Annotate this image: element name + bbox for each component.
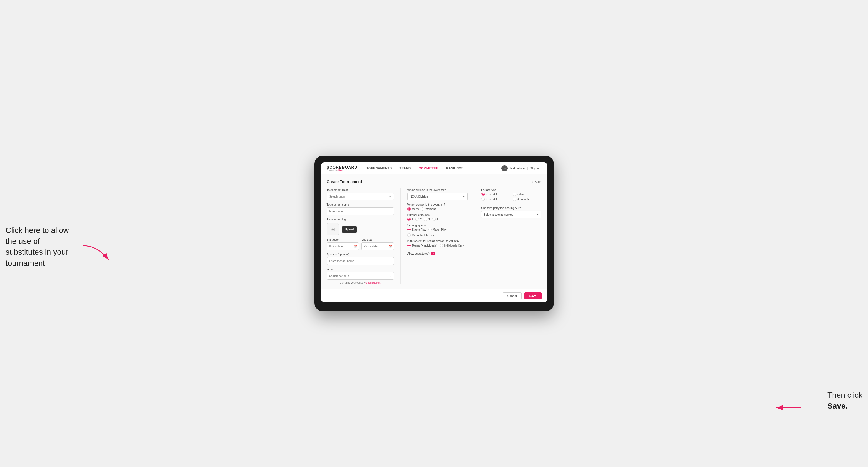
calendar-icon: 📅 xyxy=(354,245,357,248)
rounds-field: Number of rounds 1 2 xyxy=(407,214,468,221)
email-support-link[interactable]: email support xyxy=(365,281,380,284)
format-6count4[interactable]: 6 count 4 xyxy=(481,197,509,201)
sponsor-field: Sponsor (optional) xyxy=(327,253,394,265)
gender-womens[interactable]: Womens xyxy=(421,207,436,211)
6count5-label: 6 count 5 xyxy=(517,198,529,201)
scoring-match-play[interactable]: Match Play xyxy=(428,228,446,231)
rounds-4[interactable]: 4 xyxy=(432,218,438,221)
date-row: Start date 📅 End date 📅 xyxy=(327,238,394,250)
gender-womens-radio[interactable] xyxy=(421,207,424,211)
gender-womens-label: Womens xyxy=(425,208,436,211)
format-type-grid: 5 count 4 Other 6 count 4 xyxy=(481,193,541,201)
scoring-system-radio-group: Stroke Play Match Play Medal Match Play xyxy=(407,228,468,237)
rounds-2-radio[interactable] xyxy=(415,218,419,221)
rounds-1[interactable]: 1 xyxy=(407,218,413,221)
medal-match-play-radio[interactable] xyxy=(407,234,411,237)
start-date-field: Start date 📅 xyxy=(327,238,359,250)
6count5-radio[interactable] xyxy=(513,197,516,201)
nav-item-rankings[interactable]: RANKINGS xyxy=(445,162,464,175)
gender-label: Which gender is the event for? xyxy=(407,203,468,206)
5count4-radio[interactable] xyxy=(481,193,485,196)
tournament-host-field: Tournament Host xyxy=(327,188,394,200)
individuals-radio[interactable] xyxy=(440,244,443,247)
nav-items: TOURNAMENTS TEAMS COMMITTEE RANKINGS xyxy=(366,162,502,175)
teams-label: Teams (+Individuals) xyxy=(412,244,437,247)
stroke-play-radio[interactable] xyxy=(407,228,411,231)
tablet-frame: SCOREBOARD Powered by clippd TOURNAMENTS… xyxy=(314,156,554,311)
event-for-label: Is this event for Teams and/or Individua… xyxy=(407,240,468,243)
event-individuals[interactable]: Individuals Only xyxy=(440,244,464,247)
gender-field: Which gender is the event for? Mens Wome… xyxy=(407,203,468,211)
event-teams[interactable]: Teams (+Individuals) xyxy=(407,244,437,247)
cancel-button[interactable]: Cancel xyxy=(503,292,522,300)
rounds-radio-group: 1 2 3 4 xyxy=(407,218,468,221)
rounds-4-radio[interactable] xyxy=(432,218,436,221)
nav-signout[interactable]: Sign out xyxy=(530,167,541,170)
page-header: Create Tournament Back xyxy=(327,180,541,184)
format-other[interactable]: Other xyxy=(513,193,541,196)
scoring-stroke-play[interactable]: Stroke Play xyxy=(407,228,426,231)
nav-item-teams[interactable]: TEAMS xyxy=(399,162,411,175)
tournament-name-input[interactable] xyxy=(327,207,394,215)
rounds-3[interactable]: 3 xyxy=(424,218,430,221)
form-middle-column: Which division is the event for? NCAA Di… xyxy=(400,188,468,284)
sponsor-input[interactable] xyxy=(327,257,394,265)
annotation-right: Then click Save. xyxy=(827,390,862,411)
nav-avatar: B xyxy=(501,165,507,172)
allow-substitutes-checkbox[interactable] xyxy=(431,252,435,255)
image-icon: ⊞ xyxy=(331,226,335,232)
tournament-logo-label: Tournament logo xyxy=(327,218,394,221)
gender-mens-radio[interactable] xyxy=(407,207,411,211)
scoring-medal-match-play[interactable]: Medal Match Play xyxy=(407,234,434,237)
venue-help: Can't find your venue? email support xyxy=(327,281,394,284)
6count4-radio[interactable] xyxy=(481,197,485,201)
save-button[interactable]: Save xyxy=(524,292,541,300)
upload-button[interactable]: Upload xyxy=(342,226,357,233)
start-date-label: Start date xyxy=(327,238,359,241)
match-play-radio[interactable] xyxy=(428,228,432,231)
annotation-save-text: Save. xyxy=(827,402,848,410)
page-title: Create Tournament xyxy=(327,180,362,184)
allow-substitutes-row: Allow substitutes? xyxy=(407,252,468,255)
nav-bar: SCOREBOARD Powered by clippd TOURNAMENTS… xyxy=(321,162,547,175)
annotation-left: Click here to allow the use of substitut… xyxy=(6,225,78,269)
content: Create Tournament Back Tournament Host T… xyxy=(321,175,547,289)
rounds-2[interactable]: 2 xyxy=(415,218,422,221)
brand-clippd: clippd xyxy=(337,169,343,171)
nav-item-committee[interactable]: COMMITTEE xyxy=(418,162,439,175)
rounds-3-radio[interactable] xyxy=(424,218,427,221)
rounds-1-label: 1 xyxy=(412,218,413,221)
scoring-system-field: Scoring system Stroke Play Match Play xyxy=(407,224,468,237)
scoring-service-select[interactable]: Select a scoring service xyxy=(481,211,541,218)
division-field: Which division is the event for? NCAA Di… xyxy=(407,188,468,200)
back-link[interactable]: Back xyxy=(532,180,541,184)
format-5count4[interactable]: 5 count 4 xyxy=(481,193,509,196)
nav-username: blair admin xyxy=(510,167,525,170)
other-radio[interactable] xyxy=(513,193,516,196)
sponsor-label: Sponsor (optional) xyxy=(327,253,394,256)
nav-item-tournaments[interactable]: TOURNAMENTS xyxy=(366,162,393,175)
rounds-3-label: 3 xyxy=(428,218,430,221)
rounds-4-label: 4 xyxy=(437,218,438,221)
rounds-label: Number of rounds xyxy=(407,214,468,217)
format-6count5[interactable]: 6 count 5 xyxy=(513,197,541,201)
division-select[interactable]: NCAA Division I NCAA Division II NCAA Di… xyxy=(407,193,468,200)
rounds-1-radio[interactable] xyxy=(407,218,411,221)
logo-upload-area: ⊞ Upload xyxy=(327,223,394,236)
gender-radio-group: Mens Womens xyxy=(407,207,468,211)
logo-placeholder: ⊞ xyxy=(327,223,339,236)
venue-input[interactable] xyxy=(327,272,394,280)
tournament-host-input[interactable] xyxy=(327,193,394,200)
end-date-label: End date xyxy=(361,238,394,241)
teams-radio[interactable] xyxy=(407,244,411,247)
form-right-column: Format type 5 count 4 Other xyxy=(474,188,541,284)
gender-mens[interactable]: Mens xyxy=(407,207,418,211)
format-type-field: Format type 5 count 4 Other xyxy=(481,188,541,201)
scoring-service-field: Use third-party live scoring API? Select… xyxy=(481,207,541,218)
tournament-logo-field: Tournament logo ⊞ Upload xyxy=(327,218,394,236)
event-for-field: Is this event for Teams and/or Individua… xyxy=(407,240,468,247)
medal-match-play-label: Medal Match Play xyxy=(412,234,434,237)
event-for-radio-group: Teams (+Individuals) Individuals Only xyxy=(407,244,468,247)
arrow-right-icon xyxy=(771,399,804,416)
nav-right: B blair admin | Sign out xyxy=(501,165,541,172)
